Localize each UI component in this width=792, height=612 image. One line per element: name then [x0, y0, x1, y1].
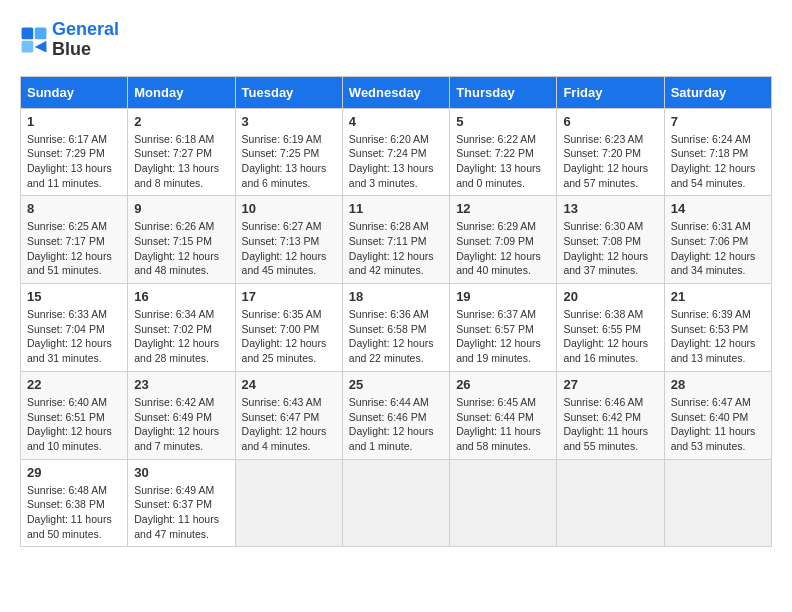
- day-number: 30: [134, 465, 228, 480]
- day-number: 6: [563, 114, 657, 129]
- cell-info: Sunrise: 6:28 AMSunset: 7:11 PMDaylight:…: [349, 219, 443, 278]
- day-of-week-header: Tuesday: [235, 76, 342, 108]
- cell-info: Sunrise: 6:48 AMSunset: 6:38 PMDaylight:…: [27, 483, 121, 542]
- cell-info: Sunrise: 6:17 AMSunset: 7:29 PMDaylight:…: [27, 132, 121, 191]
- day-number: 14: [671, 201, 765, 216]
- calendar-cell: 23Sunrise: 6:42 AMSunset: 6:49 PMDayligh…: [128, 371, 235, 459]
- day-number: 27: [563, 377, 657, 392]
- day-number: 2: [134, 114, 228, 129]
- svg-rect-0: [22, 27, 34, 39]
- cell-info: Sunrise: 6:27 AMSunset: 7:13 PMDaylight:…: [242, 219, 336, 278]
- calendar-cell: 27Sunrise: 6:46 AMSunset: 6:42 PMDayligh…: [557, 371, 664, 459]
- day-number: 9: [134, 201, 228, 216]
- calendar-header-row: SundayMondayTuesdayWednesdayThursdayFrid…: [21, 76, 772, 108]
- calendar-cell: [557, 459, 664, 547]
- calendar-cell: 17Sunrise: 6:35 AMSunset: 7:00 PMDayligh…: [235, 284, 342, 372]
- day-number: 12: [456, 201, 550, 216]
- cell-info: Sunrise: 6:30 AMSunset: 7:08 PMDaylight:…: [563, 219, 657, 278]
- cell-info: Sunrise: 6:49 AMSunset: 6:37 PMDaylight:…: [134, 483, 228, 542]
- svg-rect-1: [35, 27, 47, 39]
- day-number: 18: [349, 289, 443, 304]
- calendar-cell: 14Sunrise: 6:31 AMSunset: 7:06 PMDayligh…: [664, 196, 771, 284]
- calendar-cell: 3Sunrise: 6:19 AMSunset: 7:25 PMDaylight…: [235, 108, 342, 196]
- calendar-cell: 5Sunrise: 6:22 AMSunset: 7:22 PMDaylight…: [450, 108, 557, 196]
- cell-info: Sunrise: 6:25 AMSunset: 7:17 PMDaylight:…: [27, 219, 121, 278]
- day-number: 4: [349, 114, 443, 129]
- calendar-cell: 19Sunrise: 6:37 AMSunset: 6:57 PMDayligh…: [450, 284, 557, 372]
- cell-info: Sunrise: 6:31 AMSunset: 7:06 PMDaylight:…: [671, 219, 765, 278]
- svg-rect-2: [22, 41, 34, 53]
- calendar-cell: 15Sunrise: 6:33 AMSunset: 7:04 PMDayligh…: [21, 284, 128, 372]
- cell-info: Sunrise: 6:45 AMSunset: 6:44 PMDaylight:…: [456, 395, 550, 454]
- cell-info: Sunrise: 6:18 AMSunset: 7:27 PMDaylight:…: [134, 132, 228, 191]
- cell-info: Sunrise: 6:23 AMSunset: 7:20 PMDaylight:…: [563, 132, 657, 191]
- day-number: 13: [563, 201, 657, 216]
- calendar-cell: 1Sunrise: 6:17 AMSunset: 7:29 PMDaylight…: [21, 108, 128, 196]
- calendar-cell: 21Sunrise: 6:39 AMSunset: 6:53 PMDayligh…: [664, 284, 771, 372]
- day-of-week-header: Sunday: [21, 76, 128, 108]
- calendar-cell: 7Sunrise: 6:24 AMSunset: 7:18 PMDaylight…: [664, 108, 771, 196]
- calendar-cell: 11Sunrise: 6:28 AMSunset: 7:11 PMDayligh…: [342, 196, 449, 284]
- calendar-cell: [342, 459, 449, 547]
- day-of-week-header: Saturday: [664, 76, 771, 108]
- day-number: 3: [242, 114, 336, 129]
- calendar-cell: 26Sunrise: 6:45 AMSunset: 6:44 PMDayligh…: [450, 371, 557, 459]
- calendar-cell: 24Sunrise: 6:43 AMSunset: 6:47 PMDayligh…: [235, 371, 342, 459]
- cell-info: Sunrise: 6:22 AMSunset: 7:22 PMDaylight:…: [456, 132, 550, 191]
- day-number: 19: [456, 289, 550, 304]
- calendar-cell: 16Sunrise: 6:34 AMSunset: 7:02 PMDayligh…: [128, 284, 235, 372]
- day-of-week-header: Wednesday: [342, 76, 449, 108]
- day-number: 11: [349, 201, 443, 216]
- calendar-cell: [235, 459, 342, 547]
- calendar-cell: 2Sunrise: 6:18 AMSunset: 7:27 PMDaylight…: [128, 108, 235, 196]
- cell-info: Sunrise: 6:33 AMSunset: 7:04 PMDaylight:…: [27, 307, 121, 366]
- calendar-week-row: 15Sunrise: 6:33 AMSunset: 7:04 PMDayligh…: [21, 284, 772, 372]
- day-number: 26: [456, 377, 550, 392]
- cell-info: Sunrise: 6:42 AMSunset: 6:49 PMDaylight:…: [134, 395, 228, 454]
- cell-info: Sunrise: 6:19 AMSunset: 7:25 PMDaylight:…: [242, 132, 336, 191]
- logo-text: General Blue: [52, 20, 119, 60]
- cell-info: Sunrise: 6:47 AMSunset: 6:40 PMDaylight:…: [671, 395, 765, 454]
- calendar-cell: 28Sunrise: 6:47 AMSunset: 6:40 PMDayligh…: [664, 371, 771, 459]
- cell-info: Sunrise: 6:37 AMSunset: 6:57 PMDaylight:…: [456, 307, 550, 366]
- day-number: 1: [27, 114, 121, 129]
- cell-info: Sunrise: 6:36 AMSunset: 6:58 PMDaylight:…: [349, 307, 443, 366]
- page-header: General Blue: [20, 20, 772, 60]
- calendar-cell: 12Sunrise: 6:29 AMSunset: 7:09 PMDayligh…: [450, 196, 557, 284]
- day-number: 15: [27, 289, 121, 304]
- day-of-week-header: Friday: [557, 76, 664, 108]
- calendar-cell: 13Sunrise: 6:30 AMSunset: 7:08 PMDayligh…: [557, 196, 664, 284]
- calendar-cell: 22Sunrise: 6:40 AMSunset: 6:51 PMDayligh…: [21, 371, 128, 459]
- calendar-cell: 4Sunrise: 6:20 AMSunset: 7:24 PMDaylight…: [342, 108, 449, 196]
- day-number: 17: [242, 289, 336, 304]
- day-number: 23: [134, 377, 228, 392]
- calendar-cell: 9Sunrise: 6:26 AMSunset: 7:15 PMDaylight…: [128, 196, 235, 284]
- calendar-cell: [450, 459, 557, 547]
- day-number: 8: [27, 201, 121, 216]
- calendar-cell: 6Sunrise: 6:23 AMSunset: 7:20 PMDaylight…: [557, 108, 664, 196]
- calendar-cell: 10Sunrise: 6:27 AMSunset: 7:13 PMDayligh…: [235, 196, 342, 284]
- day-number: 24: [242, 377, 336, 392]
- day-number: 21: [671, 289, 765, 304]
- day-number: 28: [671, 377, 765, 392]
- calendar-week-row: 22Sunrise: 6:40 AMSunset: 6:51 PMDayligh…: [21, 371, 772, 459]
- svg-marker-3: [35, 41, 47, 53]
- cell-info: Sunrise: 6:38 AMSunset: 6:55 PMDaylight:…: [563, 307, 657, 366]
- calendar-cell: 30Sunrise: 6:49 AMSunset: 6:37 PMDayligh…: [128, 459, 235, 547]
- day-number: 22: [27, 377, 121, 392]
- day-number: 29: [27, 465, 121, 480]
- cell-info: Sunrise: 6:43 AMSunset: 6:47 PMDaylight:…: [242, 395, 336, 454]
- calendar-cell: [664, 459, 771, 547]
- calendar-table: SundayMondayTuesdayWednesdayThursdayFrid…: [20, 76, 772, 548]
- day-number: 25: [349, 377, 443, 392]
- cell-info: Sunrise: 6:34 AMSunset: 7:02 PMDaylight:…: [134, 307, 228, 366]
- cell-info: Sunrise: 6:35 AMSunset: 7:00 PMDaylight:…: [242, 307, 336, 366]
- day-number: 7: [671, 114, 765, 129]
- cell-info: Sunrise: 6:39 AMSunset: 6:53 PMDaylight:…: [671, 307, 765, 366]
- day-of-week-header: Monday: [128, 76, 235, 108]
- cell-info: Sunrise: 6:26 AMSunset: 7:15 PMDaylight:…: [134, 219, 228, 278]
- cell-info: Sunrise: 6:40 AMSunset: 6:51 PMDaylight:…: [27, 395, 121, 454]
- calendar-week-row: 8Sunrise: 6:25 AMSunset: 7:17 PMDaylight…: [21, 196, 772, 284]
- day-number: 5: [456, 114, 550, 129]
- calendar-cell: 25Sunrise: 6:44 AMSunset: 6:46 PMDayligh…: [342, 371, 449, 459]
